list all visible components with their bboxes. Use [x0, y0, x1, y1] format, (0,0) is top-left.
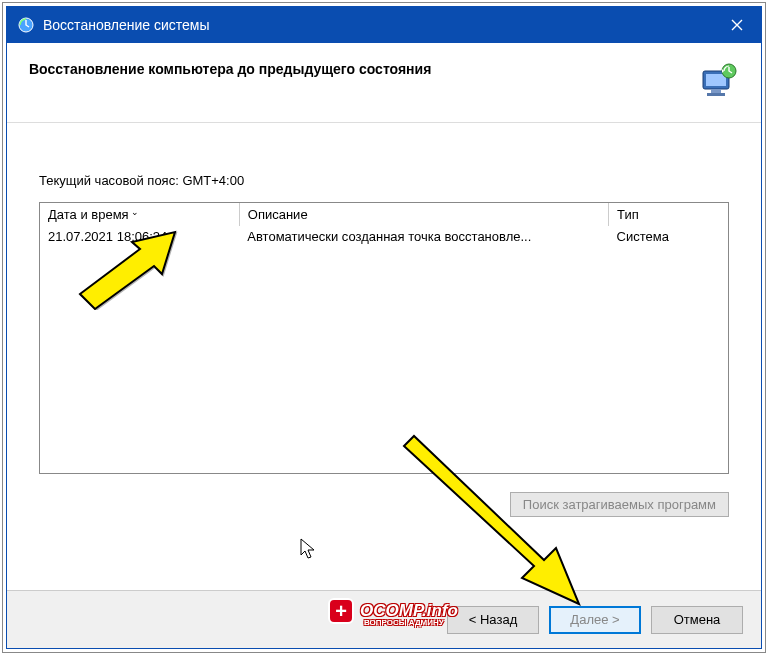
cell-type: Система [609, 226, 728, 247]
cell-date: 21.07.2021 18:06:34 [40, 226, 239, 247]
page-title: Восстановление компьютера до предыдущего… [29, 61, 431, 77]
timezone-label: Текущий часовой пояс: GMT+4:00 [39, 173, 729, 188]
app-icon [17, 16, 35, 34]
system-restore-window: Восстановление системы Восстановление ко… [6, 6, 762, 649]
wizard-header: Восстановление компьютера до предыдущего… [7, 43, 761, 123]
sort-indicator-icon: ⌄ [131, 207, 139, 217]
cell-description: Автоматически созданная точка восстановл… [239, 226, 608, 247]
wizard-footer: < Назад Далее > Отмена [7, 590, 761, 648]
back-button[interactable]: < Назад [447, 606, 539, 634]
wizard-content: Текущий часовой пояс: GMT+4:00 Дата и вр… [7, 123, 761, 590]
restore-icon [697, 61, 739, 106]
svg-rect-2 [706, 74, 726, 86]
column-header-date[interactable]: Дата и время⌄ [40, 203, 239, 226]
restore-points-table[interactable]: Дата и время⌄ Описание Тип 21.07.2021 18… [39, 202, 729, 474]
cancel-button[interactable]: Отмена [651, 606, 743, 634]
column-header-type[interactable]: Тип [609, 203, 728, 226]
titlebar[interactable]: Восстановление системы [7, 7, 761, 43]
svg-rect-4 [707, 93, 725, 96]
svg-rect-3 [711, 89, 721, 93]
table-row[interactable]: 21.07.2021 18:06:34 Автоматически создан… [40, 226, 728, 247]
next-button[interactable]: Далее > [549, 606, 641, 634]
column-header-description[interactable]: Описание [239, 203, 608, 226]
scan-affected-programs-button[interactable]: Поиск затрагиваемых программ [510, 492, 729, 517]
close-button[interactable] [713, 7, 761, 43]
window-title: Восстановление системы [43, 17, 713, 33]
